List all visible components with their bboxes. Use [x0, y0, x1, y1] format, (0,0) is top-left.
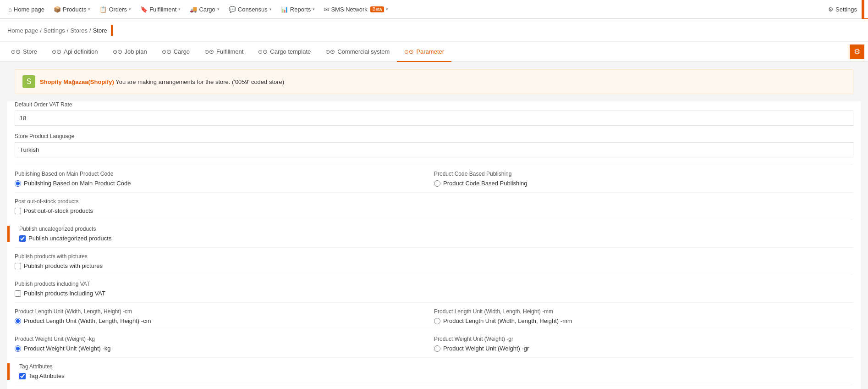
- nav-cargo[interactable]: 🚚 Cargo ▾: [185, 0, 224, 19]
- nav-orders[interactable]: 📋 Orders ▾: [95, 0, 136, 19]
- radio-length-mm-input[interactable]: [434, 318, 440, 324]
- tab-store-label: Store: [23, 48, 37, 55]
- checkbox-out-of-stock[interactable]: Post out-of-stock products: [15, 207, 853, 214]
- cargo-tab-icon: ⊙: [162, 48, 171, 55]
- checkbox-out-of-stock-input[interactable]: [15, 208, 21, 214]
- fulfillment-icon: 🔖: [140, 6, 148, 13]
- option-row-6: Product Weight Unit (Weight) -kg Product…: [15, 330, 853, 358]
- tab-parameter[interactable]: ⊙ Parameter: [397, 42, 451, 62]
- tab-api-definition[interactable]: ⊙ Api definition: [44, 42, 105, 62]
- option-label-0-left: Publishing Based on Main Product Code: [15, 171, 434, 177]
- nav-fulfillment-label: Fulfillment: [149, 6, 176, 13]
- radio-length-cm-label: Product Length Unit (Width, Length, Heig…: [24, 317, 151, 324]
- checkbox-with-pictures[interactable]: Publish products with pictures: [15, 262, 853, 269]
- nav-cargo-label: Cargo: [199, 6, 215, 13]
- option-label-4: Publish products including VAT: [15, 281, 853, 287]
- radio-weight-gr[interactable]: Product Weight Unit (Weight) -gr: [434, 345, 853, 352]
- breadcrumb-indicator: [111, 25, 113, 36]
- nav-products[interactable]: 📦 Products ▾: [49, 0, 95, 19]
- nav-settings-bar: [862, 0, 864, 19]
- consensus-icon: 💬: [229, 6, 236, 13]
- nav-consensus[interactable]: 💬 Consensus ▾: [224, 0, 276, 19]
- nav-settings-label: Settings: [835, 6, 857, 13]
- checkbox-tag-attributes[interactable]: Tag Attributes: [19, 372, 853, 379]
- top-navigation: ⌂ Home page 📦 Products ▾ 📋 Orders ▾ 🔖 Fu…: [0, 0, 868, 19]
- radio-product-code-input[interactable]: [434, 180, 440, 187]
- sub-tabs: ⊙ Store ⊙ Api definition ⊙ Job plan ⊙ Ca…: [0, 42, 868, 62]
- radio-publishing-main[interactable]: Publishing Based on Main Product Code: [15, 180, 434, 187]
- radio-length-cm[interactable]: Product Length Unit (Width, Length, Heig…: [15, 317, 434, 324]
- option-label-7: Tag Attributes: [19, 363, 853, 370]
- chevron-down-icon: ▾: [386, 7, 388, 11]
- breadcrumb-stores[interactable]: Stores: [70, 27, 88, 34]
- tab-cargo-template[interactable]: ⊙ Cargo template: [251, 42, 318, 62]
- home-icon: ⌂: [8, 6, 12, 13]
- radio-weight-gr-label: Product Weight Unit (Weight) -gr: [443, 345, 529, 352]
- option-row-0: Publishing Based on Main Product Code Pu…: [15, 165, 853, 193]
- settings-gear-button[interactable]: ⚙: [850, 44, 864, 59]
- products-icon: 📦: [54, 6, 61, 13]
- option-row-2: Publish uncategorized products Publish u…: [15, 220, 853, 248]
- nav-sms-network[interactable]: ✉ SMS Network Beta ▾: [319, 0, 393, 19]
- option-label-6-right: Product Weight Unit (Weight) -gr: [434, 336, 853, 342]
- api-tab-icon: ⊙: [52, 48, 61, 55]
- nav-homepage[interactable]: ⌂ Home page: [4, 0, 49, 19]
- radio-weight-kg-input[interactable]: [15, 345, 21, 352]
- breadcrumb-sep-1: /: [40, 27, 42, 34]
- alert-bold-text: Shopify Mağazaa(Shopify): [40, 78, 114, 85]
- radio-weight-gr-input[interactable]: [434, 345, 440, 352]
- checkbox-including-vat[interactable]: Publish products including VAT: [15, 290, 853, 297]
- radio-length-mm-label: Product Length Unit (Width, Length, Heig…: [443, 317, 572, 324]
- radio-length-cm-input[interactable]: [15, 318, 21, 324]
- radio-publishing-main-input[interactable]: [15, 180, 21, 187]
- main-content: S Shopify Mağazaa(Shopify) You are makin…: [0, 69, 868, 389]
- nav-reports[interactable]: 📊 Reports ▾: [276, 0, 320, 19]
- checkbox-with-pictures-input[interactable]: [15, 263, 21, 269]
- nav-orders-label: Orders: [109, 6, 127, 13]
- tab-commercial-label: Commercial system: [337, 48, 390, 55]
- checkbox-uncategorized-input[interactable]: [19, 235, 26, 242]
- alert-text: Shopify Mağazaa(Shopify) You are making …: [40, 78, 284, 85]
- radio-length-mm[interactable]: Product Length Unit (Width, Length, Heig…: [434, 317, 853, 324]
- radio-weight-kg[interactable]: Product Weight Unit (Weight) -kg: [15, 345, 434, 352]
- language-input[interactable]: [15, 142, 853, 157]
- nav-consensus-label: Consensus: [238, 6, 268, 13]
- language-group: Store Product Language: [15, 133, 853, 157]
- option-right-5: Product Length Unit (Width, Length, Heig…: [434, 303, 853, 330]
- breadcrumb-homepage[interactable]: Home page: [7, 27, 38, 34]
- vat-rate-input[interactable]: [15, 111, 853, 126]
- option-row-8: Reserve Stock Reserve Stock: [15, 385, 853, 389]
- radio-product-code-label: Product Code Based Publishing: [443, 180, 527, 187]
- checkbox-uncategorized[interactable]: Publish uncategorized products: [19, 235, 853, 242]
- nav-settings[interactable]: ⚙ Settings: [824, 6, 862, 13]
- radio-publishing-main-label: Publishing Based on Main Product Code: [24, 180, 131, 187]
- checkbox-tag-attributes-input[interactable]: [19, 373, 26, 379]
- uncategorized-indicator: [7, 226, 10, 242]
- option-label-5-left: Product Length Unit (Width, Length, Heig…: [15, 308, 434, 315]
- breadcrumb-sep-2: /: [67, 27, 69, 34]
- option-label-1: Post out-of-stock products: [15, 198, 853, 205]
- nav-products-label: Products: [63, 6, 86, 13]
- tab-store[interactable]: ⊙ Store: [4, 42, 44, 62]
- orders-icon: 📋: [99, 6, 107, 13]
- option-label-6-left: Product Weight Unit (Weight) -kg: [15, 336, 434, 342]
- option-label-0-right: Product Code Based Publishing: [434, 171, 853, 177]
- radio-product-code[interactable]: Product Code Based Publishing: [434, 180, 853, 187]
- nav-sms-label: SMS Network: [331, 6, 367, 13]
- chevron-down-icon: ▾: [88, 7, 90, 11]
- option-label-2: Publish uncategorized products: [19, 226, 853, 232]
- checkbox-including-vat-input[interactable]: [15, 290, 21, 297]
- checkbox-uncategorized-label: Publish uncategorized products: [28, 235, 111, 242]
- option-row-1: Post out-of-stock products Post out-of-s…: [15, 193, 853, 220]
- vat-rate-group: Default Order VAT Rate: [15, 101, 853, 126]
- breadcrumb-settings[interactable]: Settings: [44, 27, 65, 34]
- tab-job-plan[interactable]: ⊙ Job plan: [105, 42, 154, 62]
- tab-commercial-system[interactable]: ⊙ Commercial system: [318, 42, 397, 62]
- nav-fulfillment[interactable]: 🔖 Fulfillment ▾: [136, 0, 185, 19]
- chevron-down-icon: ▾: [313, 7, 315, 11]
- tab-cargo[interactable]: ⊙ Cargo: [154, 42, 197, 62]
- checkbox-tag-attributes-label: Tag Attributes: [28, 372, 65, 379]
- tab-fulfillment[interactable]: ⊙ Fulfillment: [197, 42, 251, 62]
- job-tab-icon: ⊙: [113, 48, 122, 55]
- language-label: Store Product Language: [15, 133, 853, 139]
